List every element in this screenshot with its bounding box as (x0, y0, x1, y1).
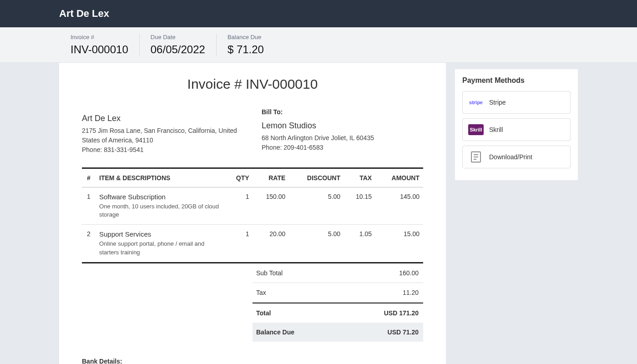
col-discount: DISCOUNT (289, 168, 344, 187)
meta-value: $ 71.20 (228, 43, 264, 56)
cell-amount: 15.00 (375, 225, 423, 263)
cell-discount: 5.00 (289, 225, 344, 263)
document-icon (468, 152, 484, 162)
item-title: Software Subscription (99, 193, 222, 201)
payment-method-label: Stripe (489, 99, 506, 106)
invoice-document: Invoice # INV-000010 Art De Lex 2175 Jim… (59, 63, 446, 364)
skrill-icon: Skrill (468, 124, 484, 135)
col-num: # (82, 168, 96, 187)
balance-value: USD 71.20 (388, 329, 419, 336)
subtotal-label: Sub Total (256, 269, 283, 277)
cell-num: 1 (82, 187, 96, 225)
tax-value: 11.20 (403, 289, 419, 296)
stripe-icon: stripe (468, 97, 484, 108)
cell-qty: 1 (225, 225, 253, 263)
col-qty: QTY (225, 168, 253, 187)
meta-label: Due Date (151, 34, 205, 40)
totals-block: Sub Total 160.00 Tax 11.20 Total USD 171… (253, 263, 423, 342)
cell-item: Software Subscription One month, 10 user… (96, 187, 225, 225)
payment-method-stripe[interactable]: stripe Stripe (462, 91, 571, 114)
table-header-row: # ITEM & DESCRIPTIONS QTY RATE DISCOUNT … (82, 168, 423, 187)
meta-label: Invoice # (71, 34, 128, 40)
meta-value: INV-000010 (71, 43, 128, 56)
total-row: Total USD 171.20 (253, 303, 423, 323)
cell-qty: 1 (225, 187, 253, 225)
tax-row: Tax 11.20 (253, 283, 423, 303)
cell-amount: 145.00 (375, 187, 423, 225)
payment-method-skrill[interactable]: Skrill Skrill (462, 118, 571, 141)
address-to: Bill To: Lemon Studios 68 North Arlingto… (262, 108, 423, 155)
tax-label: Tax (256, 289, 266, 296)
item-desc: Online support portal, phone / email and… (99, 240, 222, 256)
meta-invoice-number: Invoice # INV-000010 (71, 34, 140, 56)
meta-value: 06/05/2022 (151, 43, 205, 56)
col-amount: AMOUNT (375, 168, 423, 187)
bank-title: Bank Details: (82, 356, 423, 364)
meta-due-date: Due Date 06/05/2022 (140, 34, 217, 56)
from-address: 2175 Jim Rosa Lane, San Francisco, Calif… (82, 126, 243, 145)
cell-rate: 20.00 (253, 225, 289, 263)
meta-bar: Invoice # INV-000010 Due Date 06/05/2022… (0, 27, 637, 63)
meta-balance-due: Balance Due $ 71.20 (217, 34, 275, 56)
addresses-block: Art De Lex 2175 Jim Rosa Lane, San Franc… (82, 108, 423, 155)
col-item: ITEM & DESCRIPTIONS (96, 168, 225, 187)
bill-to-label: Bill To: (262, 108, 423, 116)
from-phone: Phone: 831-331-9541 (82, 145, 243, 155)
address-from: Art De Lex 2175 Jim Rosa Lane, San Franc… (82, 108, 243, 155)
items-table: # ITEM & DESCRIPTIONS QTY RATE DISCOUNT … (82, 167, 423, 263)
download-print-button[interactable]: Download/Print (462, 146, 571, 168)
content-area: Invoice # INV-000010 Art De Lex 2175 Jim… (0, 63, 637, 364)
bank-details: Bank Details: Bank Name: Globe Trust Ban… (82, 356, 423, 364)
total-value: USD 171.20 (384, 309, 419, 317)
to-name: Lemon Studios (262, 121, 423, 131)
sidebar-title: Payment Methods (462, 76, 571, 85)
cell-item: Support Services Online support portal, … (96, 225, 225, 263)
table-row: 2 Support Services Online support portal… (82, 225, 423, 263)
cell-tax: 1.05 (344, 225, 375, 263)
meta-label: Balance Due (228, 34, 264, 40)
to-address: 68 North Arlington Drive Joliet, IL 6043… (262, 133, 423, 143)
col-rate: RATE (253, 168, 289, 187)
sidebar-payment-methods: Payment Methods stripe Stripe Skrill Skr… (455, 69, 578, 180)
cell-tax: 10.15 (344, 187, 375, 225)
to-phone: Phone: 209-401-6583 (262, 143, 423, 152)
item-desc: One month, 10 users included, 20GB of cl… (99, 202, 222, 219)
brand-title: Art De Lex (59, 8, 109, 20)
top-bar: Art De Lex (0, 0, 637, 27)
from-name: Art De Lex (82, 114, 243, 123)
cell-rate: 150.00 (253, 187, 289, 225)
invoice-title: Invoice # INV-000010 (82, 76, 423, 92)
cell-num: 2 (82, 225, 96, 263)
item-title: Support Services (99, 230, 222, 238)
cell-discount: 5.00 (289, 187, 344, 225)
subtotal-value: 160.00 (399, 269, 419, 277)
balance-label: Balance Due (256, 329, 294, 336)
total-label: Total (256, 309, 271, 317)
payment-method-label: Skrill (489, 126, 503, 133)
col-tax: TAX (344, 168, 375, 187)
payment-method-label: Download/Print (489, 153, 532, 161)
balance-row: Balance Due USD 71.20 (253, 323, 423, 342)
subtotal-row: Sub Total 160.00 (253, 263, 423, 283)
table-row: 1 Software Subscription One month, 10 us… (82, 187, 423, 225)
